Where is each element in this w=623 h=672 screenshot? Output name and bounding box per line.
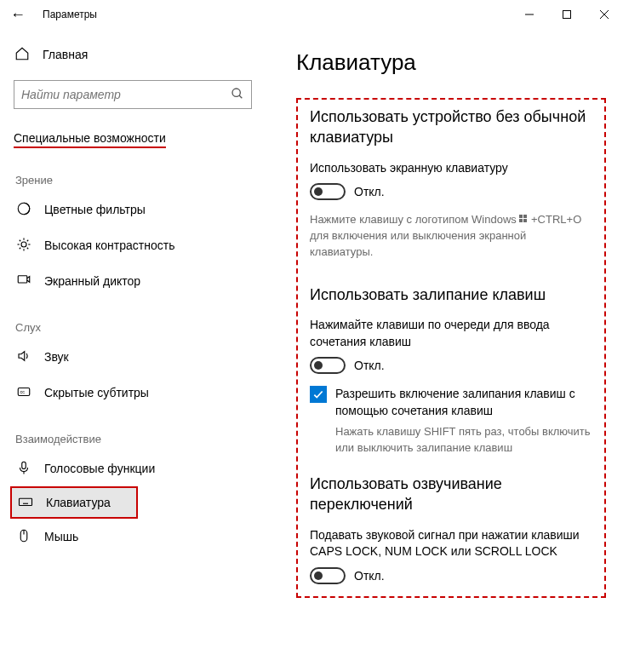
- svg-line-14: [20, 247, 21, 249]
- checkbox-label-sticky: Разрешить включение залипания клавиш с п…: [335, 386, 592, 419]
- sidebar-item-label: Звук: [44, 350, 69, 364]
- sidebar-item-label: Мышь: [44, 530, 78, 543]
- sidebar-item-mouse[interactable]: Мышь: [14, 519, 252, 554]
- svg-point-7: [21, 242, 26, 247]
- svg-line-5: [239, 95, 242, 98]
- narrator-icon: [15, 273, 32, 290]
- back-button[interactable]: ←: [10, 6, 34, 24]
- page-title: Клавиатура: [296, 49, 606, 76]
- setting-label-osk: Использовать экранную клавиатуру: [310, 160, 592, 177]
- content-pane: Клавиатура Использовать устройство без о…: [272, 29, 623, 672]
- home-icon: [14, 46, 31, 64]
- home-label: Главная: [43, 48, 88, 61]
- section-heading-sticky: Использовать залипание клавиш: [310, 284, 592, 305]
- group-label-vision: Зрение: [15, 174, 272, 187]
- sidebar-item-color-filters[interactable]: Цветные фильтры: [14, 192, 252, 227]
- sidebar-section-label: Специальные возможности: [14, 131, 166, 148]
- sidebar-item-label: Высокая контрастность: [44, 238, 174, 252]
- svg-rect-16: [18, 275, 27, 282]
- brightness-icon: [15, 237, 32, 255]
- sidebar-item-label: Скрытые субтитры: [44, 386, 149, 399]
- sidebar-item-label: Экранный диктор: [44, 274, 140, 288]
- sidebar: Главная Специальные возможности Зрение Ц…: [0, 29, 272, 672]
- search-icon: [231, 87, 244, 103]
- section-heading-togglekeys: Использовать озвучивание переключений: [310, 474, 592, 515]
- toggle-osk[interactable]: [310, 183, 346, 200]
- svg-line-15: [27, 239, 29, 241]
- group-label-hearing: Слух: [15, 321, 272, 334]
- maximize-button[interactable]: [548, 0, 586, 29]
- sidebar-item-label: Цветные фильтры: [44, 203, 146, 216]
- highlighted-region: Использовать устройство без обычной клав…: [296, 98, 606, 598]
- toggle-sticky[interactable]: [310, 357, 346, 374]
- toggle-state-sticky: Откл.: [354, 359, 385, 372]
- keyboard-icon: [17, 494, 34, 512]
- color-filters-icon: [15, 201, 32, 219]
- sidebar-item-label: Клавиатура: [46, 496, 111, 509]
- svg-line-13: [27, 247, 29, 249]
- setting-label-togglekeys: Подавать звуковой сигнал при нажатии кла…: [310, 527, 592, 560]
- sidebar-item-keyboard[interactable]: Клавиатура: [10, 486, 138, 519]
- home-nav[interactable]: Главная: [14, 37, 272, 72]
- svg-rect-19: [22, 462, 26, 468]
- search-input[interactable]: [21, 88, 231, 101]
- svg-rect-1: [563, 11, 571, 19]
- group-label-interaction: Взаимодействие: [15, 433, 272, 445]
- titlebar: ← Параметры: [0, 0, 623, 29]
- window-title: Параметры: [43, 9, 97, 20]
- sidebar-item-sound[interactable]: Звук: [14, 339, 252, 375]
- svg-text:cc: cc: [20, 389, 26, 394]
- checkbox-sticky-shortcut[interactable]: [310, 386, 327, 403]
- setting-label-sticky: Нажимайте клавиши по очереди для ввода с…: [310, 317, 592, 350]
- volume-icon: [15, 348, 32, 366]
- mouse-icon: [15, 528, 32, 546]
- toggle-state-togglekeys: Откл.: [354, 569, 385, 583]
- section-heading-osk: Использовать устройство без обычной клав…: [310, 106, 592, 148]
- toggle-state-osk: Откл.: [354, 185, 385, 198]
- sidebar-item-closed-captions[interactable]: cc Скрытые субтитры: [14, 375, 252, 411]
- hint-osk: Нажмите клавишу с логотипом Windows +CTR…: [310, 212, 592, 261]
- windows-logo-icon: [519, 215, 528, 223]
- hint-sticky: Нажать клавишу SHIFT пять раз, чтобы вкл…: [310, 424, 592, 457]
- cc-icon: cc: [15, 384, 32, 402]
- close-button[interactable]: [586, 0, 623, 29]
- toggle-togglekeys[interactable]: [310, 567, 346, 584]
- sidebar-item-narrator[interactable]: Экранный диктор: [14, 263, 252, 299]
- svg-rect-21: [20, 498, 32, 505]
- sidebar-item-speech[interactable]: Голосовые функции: [14, 451, 252, 486]
- svg-line-12: [20, 239, 21, 241]
- search-input-wrapper[interactable]: [14, 80, 252, 109]
- sidebar-item-label: Голосовые функции: [44, 462, 155, 475]
- svg-point-4: [232, 89, 240, 96]
- sidebar-item-high-contrast[interactable]: Высокая контрастность: [14, 227, 252, 263]
- minimize-button[interactable]: [511, 0, 548, 29]
- speech-icon: [15, 460, 32, 478]
